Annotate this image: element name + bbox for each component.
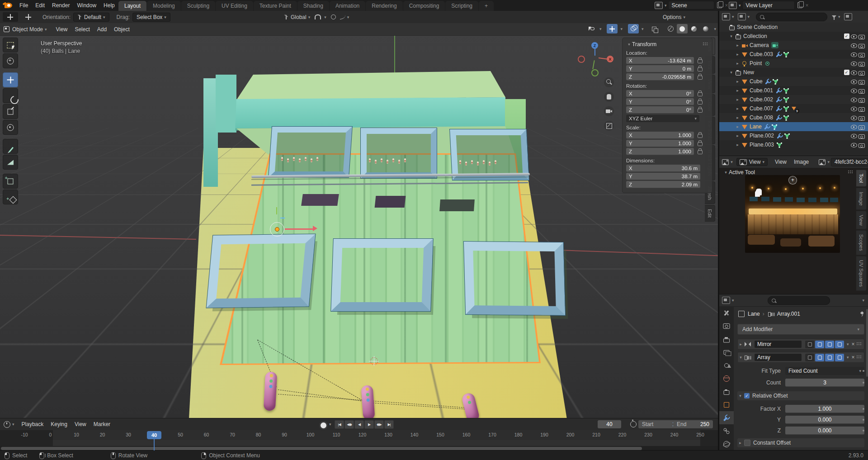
axis-z-ball[interactable]: Z [591,42,598,49]
relative-offset-panel[interactable]: ▾ Relative Offset [737,391,864,400]
outliner-search-input[interactable] [756,13,827,21]
active-tool-button[interactable] [3,12,18,22]
relative-offset-checkbox[interactable] [744,393,750,398]
number-field-scale-x[interactable]: X1.000 [626,132,694,139]
animate-dot[interactable] [863,408,864,410]
factor-field-factor-x[interactable]: 1.000 [785,405,864,413]
modifier-extras-icon[interactable]: ▾ [847,342,849,346]
preview-range-icon[interactable] [630,421,637,427]
modifier-extras-icon[interactable]: ▾ [847,355,849,360]
modifier-drag-handle[interactable] [857,356,862,359]
collection-checkbox[interactable] [844,70,849,75]
gizmo-x-arrow[interactable] [285,228,313,230]
toggle-xray-button[interactable] [649,24,660,33]
outliner-row-lane[interactable]: ▸Lane [719,122,868,131]
image-editor-menu-view[interactable]: View [771,158,790,166]
outliner-row-cube-008[interactable]: ▸Cube.008 [719,113,868,122]
hide-in-viewport-toggle[interactable] [851,33,857,39]
workspace-tab-animation[interactable]: Animation [330,1,365,11]
hide-in-viewport-toggle[interactable] [851,115,857,121]
properties-tab-pcollection[interactable] [719,385,734,398]
filter-icon[interactable] [832,15,836,18]
toggle-on-cage-button[interactable] [805,341,814,348]
unlink-scene-icon[interactable]: × [725,2,728,9]
animate-dot[interactable] [863,419,864,421]
image-datablock-icon[interactable] [819,159,826,165]
editor-type-icon[interactable] [722,297,730,304]
scene-selector[interactable]: ▾ Scene × [655,1,728,9]
expand-toggle[interactable]: ▸ [735,142,741,147]
disable-in-renders-toggle[interactable] [859,124,865,130]
extra-tool[interactable] [3,190,18,204]
cursor-tool[interactable] [3,53,18,68]
constant-offset-panel[interactable]: ▸ Constant Offset [737,438,864,447]
editor-type-icon[interactable] [722,13,730,20]
remove-modifier-icon[interactable]: × [852,341,855,347]
modifier-name-field[interactable]: Mirror [755,341,802,348]
viewport-perspective-button[interactable] [604,121,614,131]
sidebar-tab-edit[interactable]: Edit [705,205,715,222]
workspace-tab-sculpting[interactable]: Sculpting [181,1,215,11]
image-name-field[interactable]: 4fefc3f2-bcc2- [831,158,868,166]
disable-in-renders-toggle[interactable] [859,61,865,66]
auto-keying-record-button[interactable] [319,421,328,430]
outliner-row-point[interactable]: ▸Point [719,59,868,68]
blender-logo-icon[interactable] [5,3,12,8]
outliner-row-plane-003[interactable]: ▸Plane.003 [719,140,868,149]
toggle-edit-mode-button[interactable] [815,354,824,361]
number-field-dimensions-y[interactable]: Y38.7 m [626,173,700,180]
expand-toggle[interactable]: ▸ [735,79,741,84]
properties-tab-constraints[interactable] [719,424,734,437]
editor-type-icon[interactable] [722,159,729,165]
properties-tab-modifiers[interactable] [719,411,734,424]
expand-toggle[interactable]: ▸ [735,124,741,129]
topbar-menu-help[interactable]: Help [100,1,118,9]
animate-dot[interactable] [863,430,864,432]
count-field[interactable]: 3 [785,379,864,387]
properties-tab-object[interactable] [719,398,734,411]
disable-in-renders-toggle[interactable] [859,97,865,103]
number-field-rotation-z[interactable]: Z0° [626,106,694,114]
active-tool-panel-header[interactable]: ▾Active Tool [723,169,854,175]
properties-search-input[interactable] [768,296,830,305]
lock-icon[interactable] [698,67,703,71]
workspace-tab-uv-editing[interactable]: UV Editing [216,1,253,11]
timeline-menu-view[interactable]: View [71,420,90,428]
show-overlays-button[interactable] [628,24,639,33]
playhead-line[interactable] [154,439,155,451]
rotation-mode-dropdown[interactable]: XYZ Euler▾ [626,115,699,122]
options-dropdown[interactable]: Options▾ [663,14,685,20]
jump-to-end-button[interactable]: ▶| [384,420,394,429]
disable-in-renders-toggle[interactable] [859,133,865,139]
annotate-tool[interactable] [3,139,18,154]
expand-icon[interactable]: ▾ [738,355,744,360]
hide-in-viewport-toggle[interactable] [851,43,857,48]
fit-type-dropdown[interactable]: Fixed Count▾ [785,367,864,375]
workspace-tab-modeling[interactable]: Modeling [147,1,181,11]
modifier-mirror-header[interactable]: ▸ Mirror ▾ × [737,339,864,350]
properties-tab-scene[interactable] [719,359,734,372]
panel-drag-handle[interactable] [848,171,854,174]
viewport-camera-button[interactable] [604,106,614,116]
lock-icon[interactable] [698,100,703,104]
scale-tool[interactable] [3,104,18,119]
jump-to-next-keyframe-button[interactable]: ◆▶ [374,420,384,429]
lock-icon[interactable] [698,134,703,138]
gizmo-z-axis[interactable] [280,218,285,218]
expand-toggle[interactable]: ▾ [728,70,734,75]
toggle-render-button[interactable] [835,341,844,348]
hide-in-viewport-toggle[interactable] [851,97,857,103]
outliner-row-plane-002[interactable]: ▸Plane.002 [719,131,868,140]
properties-tab-output[interactable] [719,332,734,346]
modifier-drag-handle[interactable] [857,342,862,346]
expand-toggle[interactable]: ▸ [735,106,741,111]
constant-offset-checkbox[interactable] [744,440,750,446]
toggle-render-button[interactable] [835,354,844,361]
image-editor-tab-scopes[interactable]: Scopes [856,230,867,255]
new-view-layer-icon[interactable] [797,2,802,8]
expand-toggle[interactable]: ▸ [735,97,741,102]
display-mode-icon[interactable] [738,13,746,20]
workspace-tab-layout[interactable]: Layout [118,1,146,11]
navigation-gizmo[interactable]: Z X [572,33,618,78]
editor-type-clock-icon[interactable] [4,421,10,428]
